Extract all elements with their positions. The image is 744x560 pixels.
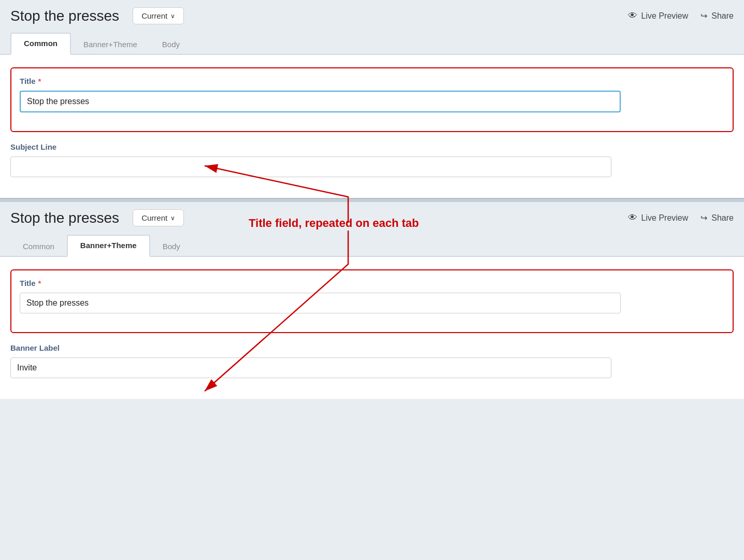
share-button-bottom[interactable]: ↪ Share (700, 213, 734, 223)
current-dropdown-label-top: Current (141, 11, 167, 20)
share-button-top[interactable]: ↪ Share (700, 11, 734, 21)
title-label-top: Title * (20, 77, 724, 85)
live-preview-label-bottom: Live Preview (641, 213, 689, 223)
tab-banner-theme-bottom[interactable]: Banner+Theme (67, 235, 150, 257)
current-dropdown-label-bottom: Current (141, 213, 167, 222)
header-bottom: Stop the presses Current ∨ 👁 Live Previe… (0, 202, 744, 234)
content-area-bottom: Title * Banner Label (0, 257, 744, 399)
header-actions-bottom: 👁 Live Preview ↪ Share (628, 212, 734, 223)
subject-line-field-group-top: Subject Line (10, 142, 734, 177)
current-dropdown-top[interactable]: Current ∨ (133, 7, 184, 24)
title-field-group-bottom: Title * (20, 279, 724, 313)
share-icon-bottom: ↪ (700, 213, 707, 223)
tab-common-bottom[interactable]: Common (10, 237, 67, 257)
subject-line-label-top: Subject Line (10, 142, 734, 151)
tab-banner-theme-top[interactable]: Banner+Theme (71, 35, 150, 55)
eye-icon-bottom: 👁 (628, 212, 637, 223)
tab-body-bottom[interactable]: Body (150, 237, 193, 257)
subject-line-input-top[interactable] (10, 156, 611, 177)
live-preview-button-top[interactable]: 👁 Live Preview (628, 10, 689, 21)
share-label-top: Share (711, 11, 734, 21)
banner-label-label: Banner Label (10, 343, 734, 352)
title-field-box-bottom: Title * (10, 269, 734, 333)
share-label-bottom: Share (711, 213, 734, 223)
title-required-star-top: * (38, 77, 41, 85)
banner-label-field-group: Banner Label (10, 343, 734, 378)
title-required-star-bottom: * (38, 279, 41, 288)
page-title-top: Stop the presses (10, 8, 119, 24)
header-actions-top: 👁 Live Preview ↪ Share (628, 10, 734, 21)
share-icon-top: ↪ (700, 11, 707, 21)
live-preview-button-bottom[interactable]: 👁 Live Preview (628, 212, 689, 223)
title-field-box-top: Title * (10, 67, 734, 132)
chevron-down-icon-bottom: ∨ (170, 214, 175, 222)
title-label-bottom: Title * (20, 279, 724, 288)
chevron-down-icon-top: ∨ (170, 12, 175, 20)
title-field-group-top: Title * (20, 77, 724, 112)
section-top: Stop the presses Current ∨ 👁 Live Previe… (0, 0, 744, 198)
tab-bar-top: Common Banner+Theme Body (0, 32, 744, 55)
live-preview-label-top: Live Preview (641, 11, 689, 21)
title-input-bottom[interactable] (20, 293, 621, 313)
content-area-top: Title * Subject Line (0, 55, 744, 198)
current-dropdown-bottom[interactable]: Current ∨ (133, 209, 184, 226)
section-divider (0, 198, 744, 202)
tab-body-top[interactable]: Body (150, 35, 192, 55)
header-top: Stop the presses Current ∨ 👁 Live Previe… (0, 0, 744, 32)
tab-common-top[interactable]: Common (10, 33, 71, 55)
title-input-top[interactable] (20, 91, 621, 112)
tab-bar-bottom: Common Banner+Theme Body (0, 234, 744, 257)
section-bottom: Stop the presses Current ∨ 👁 Live Previe… (0, 202, 744, 399)
page-title-bottom: Stop the presses (10, 210, 119, 226)
banner-label-input[interactable] (10, 357, 611, 378)
eye-icon-top: 👁 (628, 10, 637, 21)
